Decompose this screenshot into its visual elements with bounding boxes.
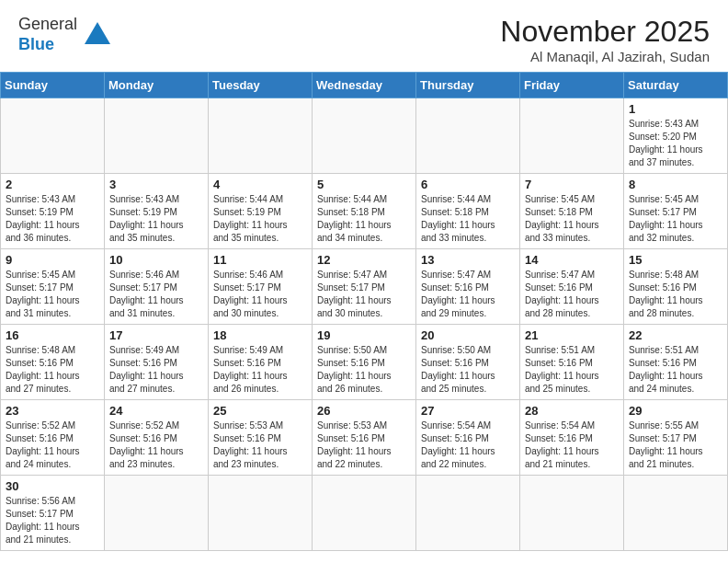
calendar-cell: 3Sunrise: 5:43 AMSunset: 5:19 PMDaylight… (105, 174, 209, 249)
calendar-cell: 20Sunrise: 5:50 AMSunset: 5:16 PMDayligh… (416, 325, 520, 400)
calendar-cell: 24Sunrise: 5:52 AMSunset: 5:16 PMDayligh… (105, 400, 209, 476)
calendar-cell: 5Sunrise: 5:44 AMSunset: 5:18 PMDaylight… (313, 174, 416, 249)
calendar-cell (105, 476, 209, 551)
weekday-header-thursday: Thursday (416, 73, 520, 98)
calendar-cell (105, 98, 209, 174)
calendar-cell: 22Sunrise: 5:51 AMSunset: 5:16 PMDayligh… (624, 325, 728, 400)
day-info: Sunrise: 5:55 AMSunset: 5:17 PMDaylight:… (629, 419, 722, 471)
day-info: Sunrise: 5:56 AMSunset: 5:17 PMDaylight:… (6, 495, 99, 546)
day-number: 15 (629, 253, 722, 267)
weekday-header-friday: Friday (520, 73, 624, 98)
day-number: 30 (6, 479, 99, 493)
day-info: Sunrise: 5:48 AMSunset: 5:16 PMDaylight:… (6, 344, 99, 396)
calendar-cell: 7Sunrise: 5:45 AMSunset: 5:18 PMDaylight… (520, 174, 624, 249)
day-info: Sunrise: 5:43 AMSunset: 5:19 PMDaylight:… (6, 193, 99, 245)
day-info: Sunrise: 5:44 AMSunset: 5:18 PMDaylight:… (317, 193, 411, 245)
day-number: 27 (421, 404, 515, 418)
day-number: 7 (525, 178, 619, 191)
day-number: 11 (213, 253, 307, 267)
day-info: Sunrise: 5:54 AMSunset: 5:16 PMDaylight:… (525, 419, 619, 471)
day-number: 5 (317, 178, 411, 191)
weekday-header-wednesday: Wednesday (313, 73, 416, 98)
calendar-cell (624, 476, 728, 551)
calendar-row: 16Sunrise: 5:48 AMSunset: 5:16 PMDayligh… (1, 325, 728, 400)
day-number: 6 (421, 178, 515, 191)
calendar-row: 23Sunrise: 5:52 AMSunset: 5:16 PMDayligh… (1, 400, 728, 476)
calendar-cell (520, 98, 624, 174)
day-number: 20 (421, 328, 515, 342)
calendar-cell: 9Sunrise: 5:45 AMSunset: 5:17 PMDaylight… (1, 249, 105, 325)
logo-icon (81, 18, 114, 52)
day-info: Sunrise: 5:51 AMSunset: 5:16 PMDaylight:… (525, 344, 619, 396)
calendar-cell: 28Sunrise: 5:54 AMSunset: 5:16 PMDayligh… (520, 400, 624, 476)
day-info: Sunrise: 5:45 AMSunset: 5:18 PMDaylight:… (525, 193, 619, 245)
calendar-cell (1, 98, 105, 174)
calendar-cell: 26Sunrise: 5:53 AMSunset: 5:16 PMDayligh… (313, 400, 416, 476)
calendar-cell (416, 98, 520, 174)
calendar-row: 9Sunrise: 5:45 AMSunset: 5:17 PMDaylight… (1, 249, 728, 325)
day-number: 18 (213, 328, 307, 342)
day-info: Sunrise: 5:54 AMSunset: 5:16 PMDaylight:… (421, 419, 515, 471)
logo-general: General (18, 15, 77, 35)
day-number: 17 (109, 328, 203, 342)
calendar-cell: 25Sunrise: 5:53 AMSunset: 5:16 PMDayligh… (209, 400, 313, 476)
day-number: 4 (213, 178, 307, 191)
calendar-cell: 15Sunrise: 5:48 AMSunset: 5:16 PMDayligh… (624, 249, 728, 325)
day-number: 1 (629, 102, 722, 116)
calendar-cell (313, 476, 416, 551)
day-number: 23 (6, 404, 99, 418)
day-info: Sunrise: 5:49 AMSunset: 5:16 PMDaylight:… (213, 344, 307, 396)
day-info: Sunrise: 5:49 AMSunset: 5:16 PMDaylight:… (109, 344, 203, 396)
calendar-cell: 13Sunrise: 5:47 AMSunset: 5:16 PMDayligh… (416, 249, 520, 325)
day-info: Sunrise: 5:47 AMSunset: 5:17 PMDaylight:… (317, 269, 411, 320)
weekday-header-saturday: Saturday (624, 73, 728, 98)
day-number: 16 (6, 328, 99, 342)
day-info: Sunrise: 5:44 AMSunset: 5:18 PMDaylight:… (421, 193, 515, 245)
calendar-cell (209, 98, 313, 174)
day-number: 10 (109, 253, 203, 267)
calendar-cell: 16Sunrise: 5:48 AMSunset: 5:16 PMDayligh… (1, 325, 105, 400)
calendar-table: SundayMondayTuesdayWednesdayThursdayFrid… (0, 72, 728, 551)
svg-marker-0 (85, 22, 110, 44)
day-info: Sunrise: 5:52 AMSunset: 5:16 PMDaylight:… (109, 419, 203, 471)
day-info: Sunrise: 5:50 AMSunset: 5:16 PMDaylight:… (421, 344, 515, 396)
calendar-row: 2Sunrise: 5:43 AMSunset: 5:19 PMDaylight… (1, 174, 728, 249)
location: Al Manaqil, Al Jazirah, Sudan (500, 49, 710, 64)
calendar-cell: 30Sunrise: 5:56 AMSunset: 5:17 PMDayligh… (1, 476, 105, 551)
day-number: 28 (525, 404, 619, 418)
calendar-cell: 18Sunrise: 5:49 AMSunset: 5:16 PMDayligh… (209, 325, 313, 400)
day-number: 29 (629, 404, 722, 418)
day-info: Sunrise: 5:47 AMSunset: 5:16 PMDaylight:… (525, 269, 619, 320)
title-area: November 2025 Al Manaqil, Al Jazirah, Su… (500, 15, 710, 64)
calendar-cell (209, 476, 313, 551)
day-number: 9 (6, 253, 99, 267)
calendar-cell: 2Sunrise: 5:43 AMSunset: 5:19 PMDaylight… (1, 174, 105, 249)
day-number: 14 (525, 253, 619, 267)
day-info: Sunrise: 5:51 AMSunset: 5:16 PMDaylight:… (629, 344, 722, 396)
day-number: 8 (629, 178, 722, 191)
day-info: Sunrise: 5:48 AMSunset: 5:16 PMDaylight:… (629, 269, 722, 320)
calendar-cell: 4Sunrise: 5:44 AMSunset: 5:19 PMDaylight… (209, 174, 313, 249)
calendar-cell: 6Sunrise: 5:44 AMSunset: 5:18 PMDaylight… (416, 174, 520, 249)
day-info: Sunrise: 5:53 AMSunset: 5:16 PMDaylight:… (317, 419, 411, 471)
calendar-cell (520, 476, 624, 551)
day-number: 21 (525, 328, 619, 342)
calendar-cell: 12Sunrise: 5:47 AMSunset: 5:17 PMDayligh… (313, 249, 416, 325)
day-number: 26 (317, 404, 411, 418)
day-number: 19 (317, 328, 411, 342)
calendar-cell: 14Sunrise: 5:47 AMSunset: 5:16 PMDayligh… (520, 249, 624, 325)
weekday-header-monday: Monday (105, 73, 209, 98)
day-info: Sunrise: 5:47 AMSunset: 5:16 PMDaylight:… (421, 269, 515, 320)
calendar-cell (416, 476, 520, 551)
calendar-cell: 23Sunrise: 5:52 AMSunset: 5:16 PMDayligh… (1, 400, 105, 476)
day-info: Sunrise: 5:45 AMSunset: 5:17 PMDaylight:… (629, 193, 722, 245)
day-info: Sunrise: 5:43 AMSunset: 5:19 PMDaylight:… (109, 193, 203, 245)
day-number: 2 (6, 178, 99, 191)
month-title: November 2025 (500, 15, 710, 49)
day-info: Sunrise: 5:50 AMSunset: 5:16 PMDaylight:… (317, 344, 411, 396)
weekday-header-row: SundayMondayTuesdayWednesdayThursdayFrid… (1, 73, 728, 98)
weekday-header-tuesday: Tuesday (209, 73, 313, 98)
day-info: Sunrise: 5:44 AMSunset: 5:19 PMDaylight:… (213, 193, 307, 245)
day-info: Sunrise: 5:46 AMSunset: 5:17 PMDaylight:… (213, 269, 307, 320)
day-info: Sunrise: 5:43 AMSunset: 5:20 PMDaylight:… (629, 118, 722, 169)
